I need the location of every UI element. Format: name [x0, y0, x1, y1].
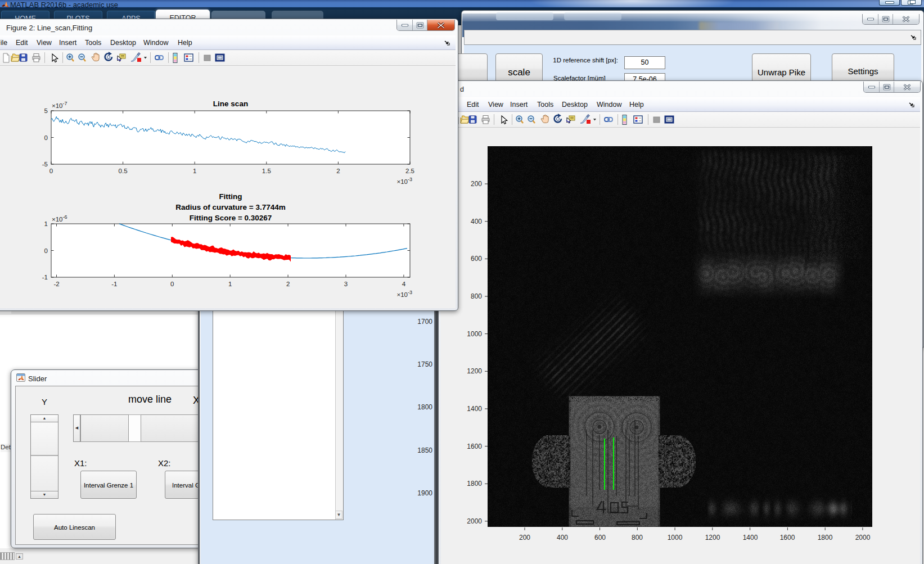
svg-text:2.5: 2.5 — [405, 168, 414, 174]
svg-text:×10-7: ×10-7 — [52, 101, 67, 109]
svg-text:Radius of curvature = 3.7744m: Radius of curvature = 3.7744m — [175, 203, 285, 211]
svg-text:5: 5 — [44, 107, 48, 114]
svg-text:0: 0 — [49, 168, 53, 174]
svg-text:×10-6: ×10-6 — [52, 214, 67, 223]
svg-text:3: 3 — [344, 281, 348, 287]
svg-text:0: 0 — [170, 281, 174, 287]
svg-text:Fitting Score = 0.30267: Fitting Score = 0.30267 — [190, 214, 272, 222]
svg-text:-2: -2 — [53, 281, 59, 287]
svg-text:Fitting: Fitting — [219, 192, 242, 201]
svg-text:-1: -1 — [111, 281, 117, 287]
svg-text:1: 1 — [193, 168, 196, 174]
svg-text:0: 0 — [44, 134, 48, 141]
svg-text:-5: -5 — [42, 161, 48, 168]
svg-text:Line scan: Line scan — [213, 100, 248, 108]
svg-text:1.5: 1.5 — [262, 168, 271, 174]
svg-text:0: 0 — [44, 247, 48, 254]
svg-text:4: 4 — [402, 281, 406, 287]
svg-text:×10-3: ×10-3 — [396, 290, 412, 298]
svg-text:1: 1 — [44, 220, 48, 227]
svg-text:2: 2 — [336, 168, 340, 174]
svg-text:2: 2 — [286, 281, 290, 287]
svg-text:0.5: 0.5 — [119, 168, 128, 174]
svg-text:×10-3: ×10-3 — [396, 177, 412, 185]
svg-text:1: 1 — [228, 281, 232, 287]
svg-text:-1: -1 — [42, 274, 48, 281]
